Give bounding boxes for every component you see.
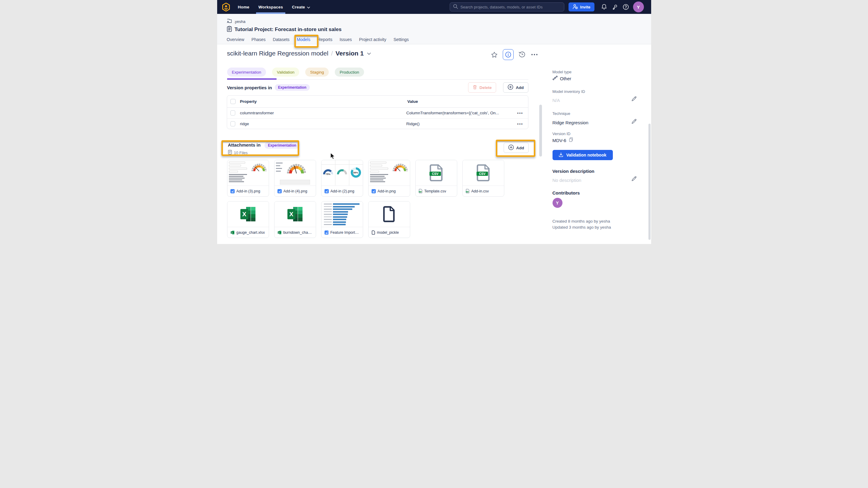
stage-tab-staging[interactable]: Staging	[305, 67, 329, 77]
inventory-id-value: N/A	[553, 98, 641, 103]
select-all-checkbox[interactable]	[230, 99, 236, 104]
validation-notebook-button[interactable]: Validation notebook	[553, 150, 613, 160]
attachment-card[interactable]: X x gauge_chart.xlsx	[227, 201, 269, 238]
attachment-label: model_pickle	[369, 227, 410, 238]
attachment-card[interactable]: Add-in (4).png	[274, 160, 316, 196]
main-content: scikit-learn Ridge Regression model / Ve…	[217, 44, 548, 244]
api-key-icon[interactable]	[611, 3, 619, 10]
properties-actions: Delete Add	[468, 82, 528, 93]
edit-description-pencil-icon[interactable]	[631, 176, 637, 183]
table-header-row: Property Value	[227, 96, 528, 108]
image-icon	[324, 231, 329, 235]
info-panel-button[interactable]	[503, 49, 514, 60]
notifications-bell-icon[interactable]	[600, 3, 608, 10]
image-icon	[277, 189, 282, 193]
history-icon[interactable]	[518, 51, 526, 59]
global-search[interactable]	[450, 2, 564, 11]
table-row[interactable]: columntransformer ColumnTransformer(tran…	[227, 108, 528, 118]
csv-file-icon: CSV	[418, 189, 423, 193]
version-chevron-down-icon[interactable]	[367, 51, 371, 56]
tab-reports[interactable]: Reports	[318, 36, 332, 43]
tab-models[interactable]: Models	[297, 36, 310, 43]
tab-datasets[interactable]: Datasets	[273, 36, 289, 43]
model-title-row: scikit-learn Ridge Regression model / Ve…	[227, 50, 371, 57]
stage-tabs: Experimentation Validation Staging Produ…	[227, 67, 364, 77]
nav-item-create[interactable]: Create	[292, 0, 310, 14]
attachment-card[interactable]: Add-in (3).png	[227, 160, 269, 196]
app-screen: Home Workspaces Create Invite	[217, 0, 651, 244]
row-checkbox[interactable]	[230, 111, 236, 116]
contributor-avatar[interactable]: Y	[553, 198, 562, 208]
attachment-label: Add-in.png	[369, 186, 410, 196]
edit-inventory-pencil-icon[interactable]	[631, 96, 637, 103]
model-type-icon	[553, 76, 558, 82]
top-nav: Home Workspaces Create Invite	[217, 0, 651, 14]
title-separator: /	[331, 50, 333, 57]
nav-item-home[interactable]: Home	[238, 0, 249, 14]
row-checkbox[interactable]	[230, 121, 236, 126]
column-header-property: Property	[240, 99, 407, 104]
edit-technique-pencil-icon[interactable]	[631, 119, 637, 125]
breadcrumb[interactable]: .yesha	[227, 19, 246, 24]
property-cell: columntransformer	[240, 111, 406, 115]
row-actions-icon[interactable]: •••	[517, 122, 523, 126]
table-row[interactable]: ridge Ridge() •••	[227, 118, 528, 129]
attachment-card[interactable]: 75% 85% Add-in (2).png	[321, 160, 363, 196]
attachment-card[interactable]: CSV CSV Add-in.csv	[462, 160, 504, 196]
add-attachment-button[interactable]: Add	[504, 143, 529, 153]
user-avatar[interactable]: Y	[633, 1, 644, 12]
excel-icon: X	[286, 206, 303, 222]
technique-value: Ridge Regression	[553, 120, 641, 125]
stage-tab-validation[interactable]: Validation	[272, 67, 299, 77]
attachment-thumbnail: CSV	[463, 160, 504, 186]
chevron-down-icon	[307, 5, 310, 9]
attachment-card[interactable]: CSV CSV Template.csv	[415, 160, 457, 196]
search-icon	[453, 4, 458, 10]
project-header: .yesha Tutorial Project: Forecast in-sto…	[217, 14, 651, 44]
tab-settings[interactable]: Settings	[394, 36, 409, 43]
page-scrollbar[interactable]	[648, 124, 651, 240]
workspace-name: .yesha	[234, 19, 246, 24]
copy-icon[interactable]	[568, 137, 574, 144]
model-type-label: Model type	[553, 70, 641, 74]
attachment-thumbnail	[321, 202, 363, 227]
attachment-thumbnail: X	[275, 202, 316, 227]
image-icon	[324, 189, 329, 193]
attachment-card[interactable]: X x burndown_chart...	[274, 201, 316, 238]
inventory-id-label: Model inventory ID	[553, 89, 641, 94]
app-logo-icon[interactable]	[222, 3, 230, 11]
attachment-card[interactable]: Add-in.png	[368, 160, 410, 196]
svg-text:X: X	[289, 211, 293, 217]
search-input[interactable]	[461, 5, 561, 9]
file-icon	[372, 231, 375, 235]
version-id-value: MDV-6	[553, 138, 566, 143]
workspace-folder-icon	[227, 19, 232, 24]
csv-file-icon: CSV	[466, 189, 470, 193]
svg-text:x: x	[278, 231, 280, 234]
attachment-card[interactable]: Feature Importa...	[321, 201, 363, 238]
help-icon[interactable]	[622, 3, 629, 10]
more-actions-icon[interactable]	[530, 51, 538, 59]
svg-text:x: x	[231, 231, 232, 234]
nav-item-workspaces[interactable]: Workspaces	[258, 0, 283, 14]
content-scrollbar[interactable]	[539, 105, 542, 156]
attachment-thumbnail: X	[227, 202, 269, 227]
attachment-thumbnail	[227, 160, 269, 186]
tab-issues[interactable]: Issues	[340, 36, 352, 43]
file-count: 10 Files	[234, 151, 248, 155]
svg-text:CSV: CSV	[479, 172, 486, 176]
add-property-button[interactable]: Add	[503, 82, 528, 93]
created-meta: Created 8 months ago by yesha	[553, 218, 641, 224]
delete-property-button[interactable]: Delete	[468, 82, 496, 93]
invite-button[interactable]: Invite	[568, 2, 594, 11]
attachment-label: Add-in (3).png	[227, 186, 269, 196]
attachment-card[interactable]: model_pickle	[368, 201, 410, 238]
favorite-star-icon[interactable]	[490, 51, 498, 59]
row-actions-icon[interactable]: •••	[517, 111, 523, 115]
tab-project-activity[interactable]: Project activity	[359, 36, 386, 43]
tab-phases[interactable]: Phases	[251, 36, 266, 43]
stage-tab-production[interactable]: Production	[335, 67, 364, 77]
model-name: scikit-learn Ridge Regression model	[227, 50, 329, 57]
stage-tab-experimentation[interactable]: Experimentation	[227, 67, 266, 77]
tab-overview[interactable]: Overview	[227, 36, 244, 43]
